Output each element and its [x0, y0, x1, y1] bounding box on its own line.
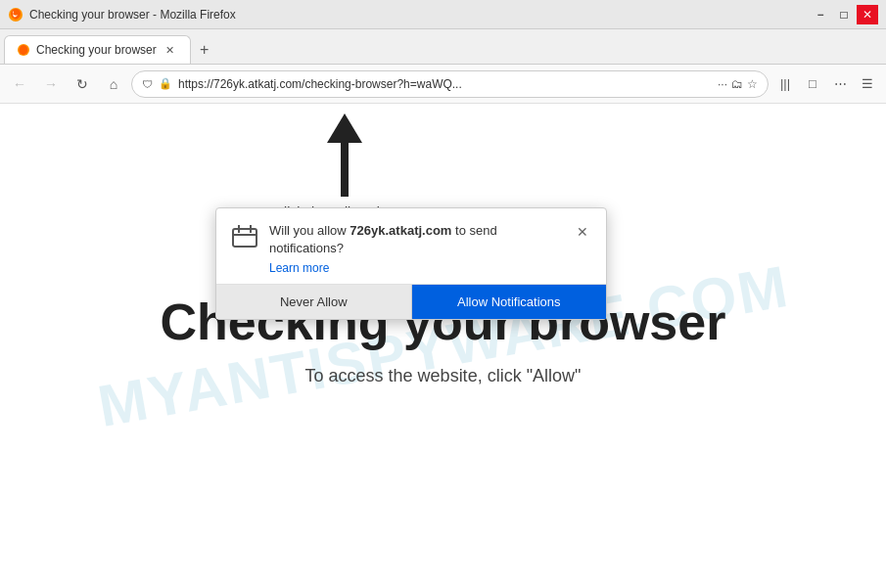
popup-question-prefix: Will you allow: [269, 223, 350, 238]
tab-title: Checking your browser: [36, 43, 157, 57]
bookmark-icon[interactable]: ☆: [747, 77, 758, 91]
arrow-up-icon: [327, 113, 362, 143]
back-button[interactable]: ←: [6, 70, 33, 98]
never-allow-button[interactable]: Never Allow: [216, 285, 412, 319]
arrow-container: Click the "Allow" button: [274, 113, 415, 220]
titlebar: Checking your browser - Mozilla Firefox …: [0, 0, 886, 29]
minimize-button[interactable]: −: [810, 5, 831, 24]
allow-notifications-button[interactable]: Allow Notifications: [412, 285, 607, 319]
lock-icon: 🔒: [159, 77, 172, 90]
tab-favicon: [17, 43, 30, 57]
more-icon[interactable]: ···: [718, 77, 727, 91]
titlebar-title: Checking your browser - Mozilla Firefox: [29, 8, 236, 22]
bookmarks-button[interactable]: |||: [772, 71, 798, 97]
pocket-icon[interactable]: 🗂: [731, 77, 743, 91]
learn-more-link[interactable]: Learn more: [269, 261, 329, 275]
address-bar-actions: ··· 🗂 ☆: [718, 77, 758, 91]
titlebar-left: Checking your browser - Mozilla Firefox: [8, 7, 236, 23]
nav-extra-buttons: ||| □ ⋯ ☰: [772, 71, 880, 97]
firefox-icon: [8, 7, 23, 23]
popup-header: Will you allow 726yk.atkatj.com to send …: [216, 208, 606, 284]
popup-text: Will you allow 726yk.atkatj.com to send …: [269, 222, 563, 276]
address-bar[interactable]: 🛡 🔒 https://726yk.atkatj.com/checking-br…: [131, 70, 769, 98]
restore-button[interactable]: □: [833, 5, 855, 24]
home-button[interactable]: ⌂: [100, 70, 127, 98]
active-tab[interactable]: Checking your browser ✕: [4, 35, 191, 64]
popup-domain: 726yk.atkatj.com: [350, 223, 451, 238]
page-subtext: To access the website, click "Allow": [305, 366, 582, 386]
navbar: ← → ↻ ⌂ 🛡 🔒 https://726yk.atkatj.com/che…: [0, 65, 886, 104]
popup-close-button[interactable]: ✕: [573, 222, 592, 242]
tabbar: Checking your browser ✕ +: [0, 29, 886, 65]
popup-buttons: Never Allow Allow Notifications: [216, 284, 606, 319]
shield-icon: 🛡: [142, 78, 153, 90]
extensions-button[interactable]: ⋯: [827, 71, 853, 97]
titlebar-controls: − □ ✕: [810, 5, 878, 24]
new-tab-button[interactable]: +: [191, 36, 218, 64]
menu-button[interactable]: ☰: [855, 71, 880, 97]
svg-rect-2: [233, 229, 256, 247]
url-text: https://726yk.atkatj.com/checking-browse…: [178, 77, 712, 91]
arrow-shaft: [341, 143, 349, 197]
popup-question: Will you allow 726yk.atkatj.com to send …: [269, 222, 563, 257]
forward-button[interactable]: →: [37, 70, 65, 98]
tab-close-button[interactable]: ✕: [163, 42, 178, 58]
notification-popup: Will you allow 726yk.atkatj.com to send …: [215, 207, 607, 320]
content-area: MYANTISPYWARE.COM Will you allow 726yk.a…: [0, 104, 886, 588]
notification-icon: [230, 222, 259, 251]
reload-button[interactable]: ↻: [69, 70, 96, 98]
close-button[interactable]: ✕: [857, 5, 878, 24]
synced-tabs-button[interactable]: □: [800, 71, 825, 97]
